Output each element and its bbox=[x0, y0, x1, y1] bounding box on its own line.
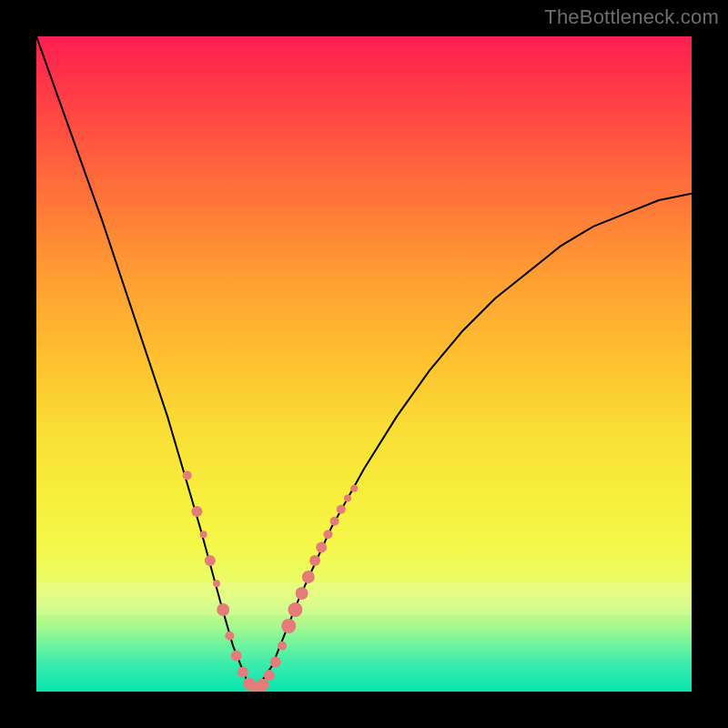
chart-frame: TheBottleneck.com bbox=[0, 0, 728, 728]
plot-background bbox=[36, 36, 692, 692]
watermark-label: TheBottleneck.com bbox=[544, 5, 719, 29]
